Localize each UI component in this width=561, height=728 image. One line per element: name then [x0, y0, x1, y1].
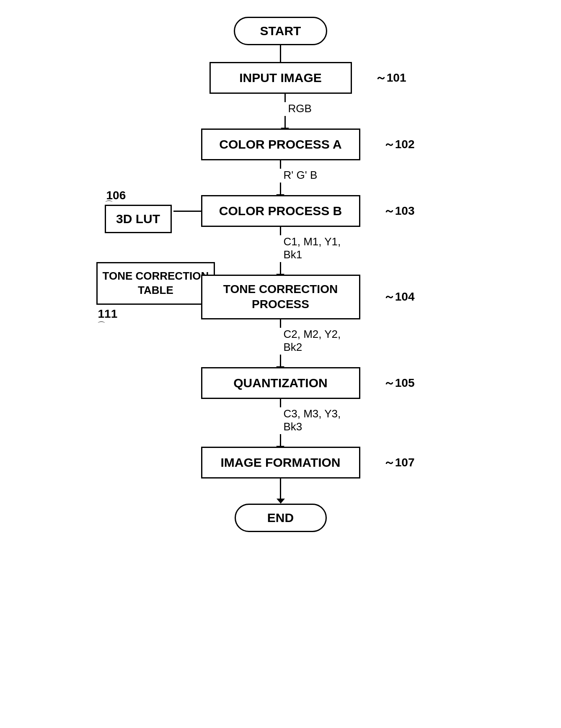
quantization-node: QUANTIZATION ～105: [201, 367, 360, 399]
3d-lut-container: 106 ⌒ 3D LUT: [105, 189, 207, 233]
tone-correction-process-ref: ～104: [383, 289, 415, 305]
tone-correction-table-ref: 111: [98, 307, 215, 321]
color-process-a-node: COLOR PROCESS A ～102: [201, 129, 360, 160]
flowchart: START INPUT IMAGE ～101 RGB COLOR PROCESS…: [92, 17, 469, 532]
arrow-label-rgb2: R' G' B: [284, 169, 318, 182]
arrow-label-cmyk1: C1, M1, Y1, Bk1: [284, 235, 360, 261]
image-formation-ref: ～107: [383, 455, 415, 471]
3d-lut-label: 3D LUT: [105, 205, 172, 233]
input-image-row: INPUT IMAGE ～101: [92, 62, 469, 94]
color-process-b-label: COLOR PROCESS B: [201, 195, 360, 227]
start-node: START: [234, 17, 328, 45]
tone-correction-table-node: TONE CORRECTIONTABLE 111 ⌒: [96, 262, 215, 332]
tone-correction-table-label: TONE CORRECTIONTABLE: [96, 262, 215, 305]
quantization-ref: ～105: [383, 375, 415, 391]
color-process-a-ref: ～102: [383, 136, 415, 152]
quantization-label: QUANTIZATION: [201, 367, 360, 399]
image-formation-row: IMAGE FORMATION ～107: [92, 447, 469, 478]
3d-lut-curve: ⌒: [105, 199, 113, 210]
input-image-label: INPUT IMAGE: [209, 62, 352, 94]
tone-correction-process-label: TONE CORRECTIONPROCESS: [201, 275, 360, 319]
arrow-label-rgb: RGB: [288, 102, 312, 115]
end-node: END: [235, 504, 327, 532]
arrow-label-cmyk2: C2, M2, Y2, Bk2: [284, 328, 360, 354]
arrow-label-cmyk3: C3, M3, Y3, Bk3: [284, 407, 360, 433]
image-formation-label: IMAGE FORMATION: [201, 447, 360, 478]
input-image-ref: ～101: [375, 70, 406, 86]
3d-lut-ref-label: 106: [106, 189, 172, 202]
tone-correction-process-node: TONE CORRECTIONPROCESS ～104: [201, 275, 360, 319]
3d-lut-node: 106 ⌒ 3D LUT: [105, 189, 172, 233]
color-process-a-row: COLOR PROCESS A ～102: [92, 129, 469, 160]
end-label: END: [235, 504, 327, 532]
tone-correction-row: TONE CORRECTIONTABLE 111 ⌒ TONE CORRECTI…: [92, 275, 469, 319]
color-process-b-ref: ～103: [383, 203, 415, 219]
input-image-node: INPUT IMAGE ～101: [209, 62, 352, 94]
color-process-a-label: COLOR PROCESS A: [201, 129, 360, 160]
color-process-b-node: COLOR PROCESS B ～103: [201, 195, 360, 227]
image-formation-node: IMAGE FORMATION ～107: [201, 447, 360, 478]
quantization-row: QUANTIZATION ～105: [92, 367, 469, 399]
color-process-b-row: 106 ⌒ 3D LUT COLOR PROCESS B ～103: [92, 195, 469, 227]
start-label: START: [234, 17, 328, 45]
